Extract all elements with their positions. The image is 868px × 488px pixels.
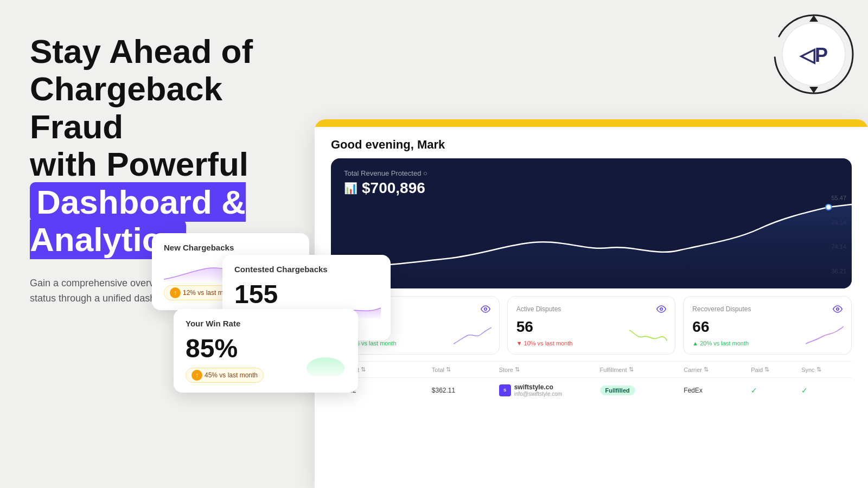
headline-line2-prefix: with Powerful — [30, 145, 248, 183]
cell-carrier: FedEx — [684, 387, 751, 394]
sparkline-open — [454, 325, 492, 346]
fulfillment-badge: Fullfilled — [600, 386, 635, 395]
eye-icon-recovered — [833, 304, 843, 314]
card-win-rate-title: Your Win Rate — [186, 319, 346, 328]
sparkline-active — [629, 325, 667, 346]
chart-svg — [331, 196, 852, 288]
dashboard-greeting: Good evening, Mark — [315, 127, 868, 158]
revenue-chart-section: Total Revenue Protected ○ 📊 $700,896 55.… — [331, 158, 852, 288]
svg-text:◁P: ◁P — [799, 44, 828, 66]
metric-card-recovered-disputes: Recovered Disputes 66 ▲ 20% vs last mont… — [683, 296, 852, 355]
headline: Stay Ahead of Chargeback Fraud with Powe… — [30, 33, 307, 259]
cell-sync: ✓ — [801, 386, 852, 395]
store-email: info@swiftstyle.com — [514, 391, 563, 397]
card-new-chargebacks-title: New Chargebacks — [164, 243, 297, 252]
col-total: Total ⇅ — [432, 366, 499, 373]
card-win-rate: Your Win Rate 85% ↑ 45% vs last month — [174, 309, 358, 393]
sparkline-recovered — [806, 325, 844, 346]
chart-value: 📊 $700,896 — [344, 179, 839, 197]
cell-paid: ✓ — [751, 386, 801, 395]
svg-point-7 — [307, 357, 344, 376]
dashboard-inner: Good evening, Mark Total Revenue Protect… — [315, 119, 868, 488]
table-row: 22/02/22 $362.11 S swiftstyle.co info@sw… — [331, 378, 852, 402]
eye-icon-open — [481, 304, 490, 314]
col-fulfillment: Fulfillment ⇅ — [600, 366, 684, 373]
svg-point-6 — [837, 308, 839, 311]
chart-amount: $700,896 — [362, 179, 425, 197]
svg-point-5 — [660, 308, 663, 311]
cell-store: S swiftstyle.co info@swiftstyle.com — [499, 383, 600, 397]
metric-card-active-disputes: Active Disputes 56 ▼ 10% vs last month — [507, 296, 676, 355]
store-name: swiftstyle.co — [514, 383, 563, 391]
card-contested-title: Contested Chargebacks — [234, 265, 379, 274]
store-info: S swiftstyle.co info@swiftstyle.com — [499, 383, 600, 397]
metrics-row: Open Disputes 12 ▲ 40% vs last month Act… — [331, 296, 852, 355]
win-rate-blob — [304, 349, 347, 376]
chart-svg-container — [331, 196, 852, 288]
dashboard-top-bar — [315, 119, 868, 127]
dashboard-container: Good evening, Mark Total Revenue Protect… — [315, 119, 868, 488]
metric-title-recovered: Recovered Disputes — [692, 304, 843, 314]
chart-label: Total Revenue Protected ○ — [344, 169, 839, 177]
logo-svg: ◁P — [770, 11, 857, 98]
win-rate-badge-arrow: ↑ — [192, 370, 202, 381]
chart-icon: 📊 — [344, 182, 358, 195]
eye-icon-active — [656, 304, 666, 314]
table-header: Created At ⇅ Total ⇅ Store ⇅ Fulfillment… — [331, 362, 852, 378]
cell-total: $362.11 — [432, 387, 499, 394]
col-store: Store ⇅ — [499, 366, 600, 373]
col-carrier: Carrier ⇅ — [684, 366, 751, 373]
headline-line1: Stay Ahead of Chargeback Fraud — [30, 33, 253, 145]
svg-point-4 — [484, 308, 487, 311]
store-logo: S — [499, 384, 511, 396]
badge-arrow-up: ↑ — [170, 287, 181, 298]
col-sync: Sync ⇅ — [801, 366, 852, 373]
col-paid: Paid ⇅ — [751, 366, 801, 373]
store-text: swiftstyle.co info@swiftstyle.com — [514, 383, 563, 397]
logo-area: ◁P — [770, 11, 857, 98]
table-section: Created At ⇅ Total ⇅ Store ⇅ Fulfillment… — [331, 361, 852, 402]
cell-fulfillment: Fullfilled — [600, 387, 684, 394]
metric-title-active: Active Disputes — [516, 304, 667, 314]
svg-point-3 — [826, 204, 832, 210]
win-rate-badge: ↑ 45% vs last month — [186, 368, 264, 383]
